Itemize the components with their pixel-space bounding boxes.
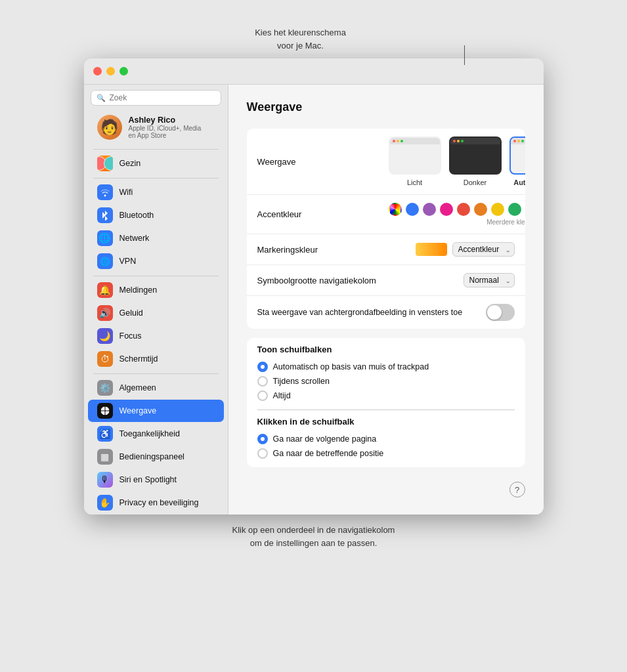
sidebar-item-netwerk[interactable]: 🌐 Netwerk: [88, 227, 224, 249]
sidebar-item-label-netwerk: Netwerk: [119, 234, 150, 243]
gezin-icon: [97, 156, 113, 171]
maximize-button[interactable]: [119, 67, 128, 75]
sidebar-item-vpn[interactable]: 🌐 VPN: [88, 250, 224, 272]
sidebar-item-algemeen[interactable]: ⚙️ Algemeen: [88, 377, 224, 399]
sidebar-item-label-focus: Focus: [119, 331, 142, 341]
sidebar-item-focus[interactable]: 🌙 Focus: [88, 325, 224, 347]
accentkleur-control: Meerdere kleuren: [389, 203, 525, 226]
sidebar-item-meldingen[interactable]: 🔔 Meldingen: [88, 279, 224, 301]
sidebar-item-geluid[interactable]: 🔊 Geluid: [88, 302, 224, 324]
search-icon: 🔍: [97, 94, 106, 102]
schuifbalken-group: Toon schuifbalken Automatisch op basis v…: [247, 338, 525, 467]
symboolgrootte-select[interactable]: Normaal Groot: [464, 273, 515, 287]
theme-donker-thumbnail: [449, 136, 502, 175]
swatches-sublabel: Meerdere kleuren: [486, 219, 525, 226]
swatch-yellow[interactable]: [491, 203, 504, 216]
network-icon: 🌐: [97, 230, 113, 246]
theme-options: Licht: [389, 136, 525, 186]
theme-donker-label: Donker: [464, 178, 486, 186]
system-preferences-window: 🔍 🧑 Ashley Rico Apple ID, iCloud+, Media…: [84, 58, 544, 514]
sidebar-item-bedieningspaneel[interactable]: ▦ Bedieningspaneel: [88, 446, 224, 468]
search-box[interactable]: 🔍: [91, 90, 221, 106]
sidebar-item-label-siri: Siri en Spotlight: [119, 475, 177, 484]
swatch-orange[interactable]: [474, 203, 487, 216]
avatar: 🧑: [97, 115, 122, 140]
sidebar-divider-3: [93, 276, 219, 276]
titlebar: [84, 58, 544, 85]
swatch-blue[interactable]: [406, 203, 419, 216]
radio-label-positie: Ga naar de betreffende positie: [273, 449, 384, 458]
sidebar-item-toegankelijkheid[interactable]: ♿ Toegankelijkheid: [88, 423, 224, 445]
radio-positie[interactable]: Ga naar de betreffende positie: [257, 446, 515, 461]
page-title: Weergave: [247, 100, 525, 114]
sidebar-item-privacy[interactable]: ✋ Privacy en beveiliging: [88, 492, 224, 514]
theme-donker[interactable]: Donker: [449, 136, 502, 186]
controlcenter-icon: ▦: [97, 449, 113, 465]
sidebar-item-schermtijd[interactable]: ⏱ Schermtijd: [88, 348, 224, 370]
theme-auto-thumbnail: [509, 136, 525, 175]
swatch-green[interactable]: [508, 203, 521, 216]
wifi-icon: [97, 184, 113, 200]
radio-altijd[interactable]: Altijd: [257, 388, 515, 403]
radio-btn-automatisch: [257, 362, 268, 372]
markeringskleur-swatch: [416, 243, 447, 256]
search-input[interactable]: [110, 93, 215, 102]
symboolgrootte-control: Normaal Groot: [389, 273, 515, 287]
achtergrond-row: Sta weergave van achtergrondafbeelding i…: [247, 296, 525, 329]
achtergrond-toggle[interactable]: [486, 304, 515, 321]
sidebar-item-weergave[interactable]: Weergave: [88, 400, 224, 422]
help-button[interactable]: ?: [509, 482, 525, 497]
user-profile[interactable]: 🧑 Ashley Rico Apple ID, iCloud+, Mediaen…: [88, 111, 224, 144]
annotation-bottom: Klik op een onderdeel in de navigatiekol…: [84, 524, 544, 549]
screentime-icon: ⏱: [97, 351, 113, 367]
sidebar-item-label-weergave: Weergave: [119, 406, 157, 415]
traffic-lights: [93, 67, 128, 75]
theme-licht[interactable]: Licht: [389, 136, 441, 186]
sidebar-item-label-bedieningspaneel: Bedieningspaneel: [119, 452, 184, 461]
klikken-radio-group: Ga naar de volgende pagina Ga naar de be…: [247, 429, 525, 467]
sidebar-item-label-schermtijd: Schermtijd: [119, 354, 158, 364]
annotation-top: Kies het kleurenschemavoor je Mac.: [84, 26, 544, 52]
theme-automatisch[interactable]: Automatisch: [509, 136, 525, 186]
appearance-control: Licht: [389, 136, 525, 186]
sidebar-item-siri[interactable]: 🎙 Siri en Spotlight: [88, 469, 224, 491]
theme-auto-label: Automatisch: [513, 178, 525, 186]
swatch-multicolor[interactable]: [389, 203, 402, 216]
schuifbalken-title: Toon schuifbalken: [247, 338, 525, 357]
notifications-icon: 🔔: [97, 282, 113, 298]
sidebar-divider-2: [93, 178, 219, 178]
radio-scrollen[interactable]: Tijdens scrollen: [257, 374, 515, 388]
user-name: Ashley Rico: [129, 116, 202, 125]
sidebar-item-label-meldingen: Meldingen: [119, 285, 158, 295]
radio-automatisch[interactable]: Automatisch op basis van muis of trackpa…: [257, 360, 515, 374]
markeringskleur-select[interactable]: Accentkleur: [452, 242, 515, 257]
achtergrond-control: [462, 304, 514, 321]
swatch-purple[interactable]: [423, 203, 436, 216]
swatch-red[interactable]: [457, 203, 470, 216]
swatch-pink[interactable]: [440, 203, 453, 216]
sidebar-item-gezin[interactable]: Gezin: [88, 152, 224, 175]
markeringskleur-select-wrapper: Accentkleur: [452, 242, 515, 257]
schuifbalken-radio-group: Automatisch op basis van muis of trackpa…: [247, 357, 525, 410]
appearance-row: Weergave: [247, 129, 525, 195]
close-button[interactable]: [93, 67, 102, 75]
display-icon: [97, 403, 113, 419]
swatches-row: [389, 203, 525, 216]
sidebar-item-wifi[interactable]: Wifi: [88, 181, 224, 203]
sidebar-item-label-wifi: Wifi: [119, 188, 133, 197]
sound-icon: 🔊: [97, 305, 113, 321]
user-info: Ashley Rico Apple ID, iCloud+, Mediaen A…: [129, 116, 202, 139]
markeringskleur-row: Markeringskleur Accentkleur: [247, 234, 525, 265]
radio-btn-volgende: [257, 434, 268, 444]
sidebar-item-bluetooth[interactable]: Bluetooth: [88, 204, 224, 226]
main-content: Weergave Weergave: [228, 85, 544, 514]
markeringskleur-picker: Accentkleur: [416, 242, 515, 257]
minimize-button[interactable]: [106, 67, 115, 75]
accessibility-icon: ♿: [97, 426, 113, 442]
window-body: 🔍 🧑 Ashley Rico Apple ID, iCloud+, Media…: [84, 85, 544, 514]
sidebar-divider-4: [93, 373, 219, 374]
radio-btn-positie: [257, 448, 268, 459]
color-swatches: Meerdere kleuren: [389, 203, 525, 226]
radio-volgende[interactable]: Ga naar de volgende pagina: [257, 432, 515, 446]
toggle-knob: [487, 305, 502, 320]
